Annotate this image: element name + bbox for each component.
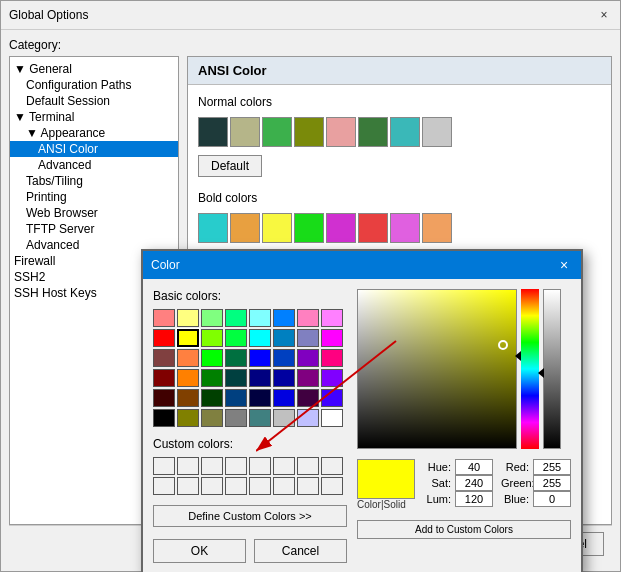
basic-color-swatch-45[interactable] [273, 409, 295, 427]
basic-color-swatch-28[interactable] [249, 369, 271, 387]
basic-color-swatch-33[interactable] [177, 389, 199, 407]
bold-color-swatch-0[interactable] [198, 213, 228, 243]
custom-color-swatch-7[interactable] [321, 457, 343, 475]
basic-color-swatch-42[interactable] [201, 409, 223, 427]
tree-item-tabs-tiling[interactable]: Tabs/Tiling [10, 173, 178, 189]
basic-color-swatch-44[interactable] [249, 409, 271, 427]
basic-color-swatch-7[interactable] [321, 309, 343, 327]
basic-color-swatch-19[interactable] [225, 349, 247, 367]
basic-color-swatch-36[interactable] [249, 389, 271, 407]
lum-input[interactable] [455, 491, 493, 507]
green-input[interactable] [533, 475, 571, 491]
basic-color-swatch-10[interactable] [201, 329, 223, 347]
normal-color-swatch-5[interactable] [358, 117, 388, 147]
hue-strip[interactable] [521, 289, 539, 449]
define-custom-button[interactable]: Define Custom Colors >> [153, 505, 347, 527]
basic-color-swatch-41[interactable] [177, 409, 199, 427]
spectrum-picker[interactable] [357, 289, 517, 449]
normal-color-swatch-7[interactable] [422, 117, 452, 147]
red-input[interactable] [533, 459, 571, 475]
color-ok-button[interactable]: OK [153, 539, 246, 563]
bold-color-swatch-4[interactable] [326, 213, 356, 243]
normal-color-swatch-6[interactable] [390, 117, 420, 147]
normal-color-swatch-4[interactable] [326, 117, 356, 147]
basic-color-swatch-2[interactable] [201, 309, 223, 327]
tree-item-default-session[interactable]: Default Session [10, 93, 178, 109]
basic-color-swatch-27[interactable] [225, 369, 247, 387]
basic-color-swatch-0[interactable] [153, 309, 175, 327]
tree-item-web-browser[interactable]: Web Browser [10, 205, 178, 221]
basic-color-swatch-13[interactable] [273, 329, 295, 347]
basic-color-swatch-29[interactable] [273, 369, 295, 387]
basic-color-swatch-8[interactable] [153, 329, 175, 347]
bold-color-swatch-1[interactable] [230, 213, 260, 243]
basic-color-swatch-23[interactable] [321, 349, 343, 367]
color-dialog-close[interactable]: × [555, 256, 573, 274]
custom-color-swatch-8[interactable] [153, 477, 175, 495]
bold-color-swatch-2[interactable] [262, 213, 292, 243]
basic-color-swatch-30[interactable] [297, 369, 319, 387]
custom-color-swatch-5[interactable] [273, 457, 295, 475]
tree-item-general[interactable]: ▼ General [10, 61, 178, 77]
tree-item-config-paths[interactable]: Configuration Paths [10, 77, 178, 93]
normal-color-swatch-3[interactable] [294, 117, 324, 147]
color-cancel-button[interactable]: Cancel [254, 539, 347, 563]
window-close-button[interactable]: × [596, 7, 612, 23]
basic-color-swatch-37[interactable] [273, 389, 295, 407]
custom-color-swatch-0[interactable] [153, 457, 175, 475]
basic-color-swatch-3[interactable] [225, 309, 247, 327]
basic-color-swatch-32[interactable] [153, 389, 175, 407]
custom-color-swatch-12[interactable] [249, 477, 271, 495]
basic-color-swatch-40[interactable] [153, 409, 175, 427]
basic-color-swatch-34[interactable] [201, 389, 223, 407]
basic-color-swatch-20[interactable] [249, 349, 271, 367]
custom-color-swatch-2[interactable] [201, 457, 223, 475]
basic-color-swatch-12[interactable] [249, 329, 271, 347]
custom-color-swatch-3[interactable] [225, 457, 247, 475]
basic-color-swatch-1[interactable] [177, 309, 199, 327]
basic-color-swatch-5[interactable] [273, 309, 295, 327]
bold-color-swatch-7[interactable] [422, 213, 452, 243]
basic-color-swatch-9[interactable] [177, 329, 199, 347]
basic-color-swatch-22[interactable] [297, 349, 319, 367]
basic-color-swatch-16[interactable] [153, 349, 175, 367]
tree-item-appearance[interactable]: ▼ Appearance [10, 125, 178, 141]
add-custom-button[interactable]: Add to Custom Colors [357, 520, 571, 539]
basic-color-swatch-38[interactable] [297, 389, 319, 407]
custom-color-swatch-6[interactable] [297, 457, 319, 475]
basic-color-swatch-31[interactable] [321, 369, 343, 387]
tree-item-tftp-server[interactable]: TFTP Server [10, 221, 178, 237]
default-button[interactable]: Default [198, 155, 262, 177]
basic-color-swatch-6[interactable] [297, 309, 319, 327]
basic-color-swatch-17[interactable] [177, 349, 199, 367]
custom-color-swatch-4[interactable] [249, 457, 271, 475]
tree-item-ansi-color[interactable]: ANSI Color [10, 141, 178, 157]
hue-input[interactable] [455, 459, 493, 475]
basic-color-swatch-21[interactable] [273, 349, 295, 367]
basic-color-swatch-39[interactable] [321, 389, 343, 407]
custom-color-swatch-14[interactable] [297, 477, 319, 495]
tree-item-printing[interactable]: Printing [10, 189, 178, 205]
basic-color-swatch-18[interactable] [201, 349, 223, 367]
custom-color-swatch-15[interactable] [321, 477, 343, 495]
normal-color-swatch-1[interactable] [230, 117, 260, 147]
custom-color-swatch-13[interactable] [273, 477, 295, 495]
basic-color-swatch-46[interactable] [297, 409, 319, 427]
sat-input[interactable] [455, 475, 493, 491]
basic-color-swatch-14[interactable] [297, 329, 319, 347]
tree-item-advanced-term[interactable]: Advanced [10, 157, 178, 173]
tree-item-terminal[interactable]: ▼ Terminal [10, 109, 178, 125]
brightness-bar[interactable] [543, 289, 561, 449]
normal-color-swatch-2[interactable] [262, 117, 292, 147]
custom-color-swatch-10[interactable] [201, 477, 223, 495]
custom-color-swatch-9[interactable] [177, 477, 199, 495]
basic-color-swatch-25[interactable] [177, 369, 199, 387]
basic-color-swatch-43[interactable] [225, 409, 247, 427]
basic-color-swatch-26[interactable] [201, 369, 223, 387]
basic-color-swatch-15[interactable] [321, 329, 343, 347]
basic-color-swatch-11[interactable] [225, 329, 247, 347]
custom-color-swatch-1[interactable] [177, 457, 199, 475]
normal-color-swatch-0[interactable] [198, 117, 228, 147]
basic-color-swatch-4[interactable] [249, 309, 271, 327]
basic-color-swatch-24[interactable] [153, 369, 175, 387]
